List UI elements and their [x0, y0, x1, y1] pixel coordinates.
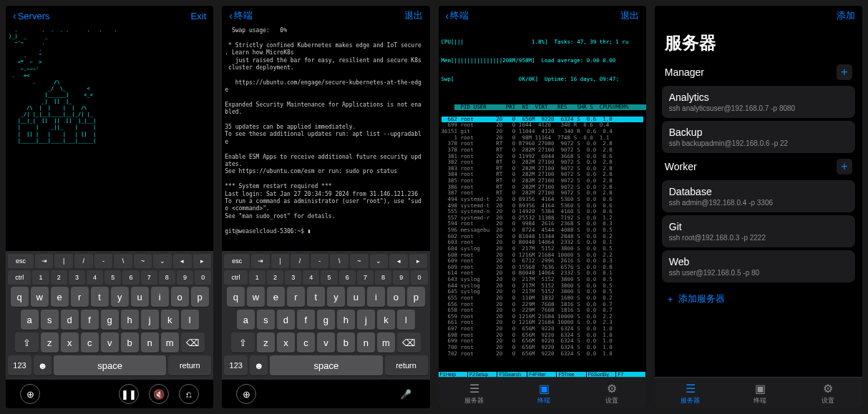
letter-key[interactable]: m: [377, 332, 395, 353]
accessory-key[interactable]: -: [94, 254, 113, 268]
accessory-key[interactable]: 6: [339, 270, 356, 285]
accessory-key[interactable]: ◂: [389, 254, 408, 268]
section-add-button[interactable]: +: [837, 64, 852, 80]
accessory-key[interactable]: 0: [195, 270, 211, 285]
letter-key[interactable]: f: [81, 310, 99, 330]
accessory-key[interactable]: ⇥: [251, 254, 270, 268]
accessory-key[interactable]: esc: [8, 254, 34, 268]
backspace-key[interactable]: ⌫: [397, 332, 421, 353]
return-key[interactable]: return: [168, 355, 211, 375]
letter-key[interactable]: v: [317, 332, 335, 353]
accessory-key[interactable]: |: [271, 254, 290, 268]
shift-key[interactable]: ⇧: [15, 332, 39, 353]
server-item[interactable]: Gitssh root@192.168.0.3 -p 2222: [662, 215, 855, 247]
accessory-key[interactable]: ▸: [409, 254, 428, 268]
letter-key[interactable]: p: [191, 287, 209, 307]
letter-key[interactable]: j: [357, 310, 375, 330]
accessory-key[interactable]: ctrl: [224, 270, 247, 285]
letter-key[interactable]: l: [181, 310, 199, 330]
letter-key[interactable]: q: [11, 287, 29, 307]
server-item[interactable]: Backupssh backupadmin@192.168.0.6 -p 22: [662, 121, 855, 153]
letter-key[interactable]: o: [171, 287, 189, 307]
back-button[interactable]: ‹ Servers: [13, 10, 49, 21]
fkey[interactable]: F5Tree: [557, 372, 586, 377]
back-button[interactable]: ‹ 终端: [229, 9, 253, 22]
section-add-button[interactable]: +: [837, 159, 852, 174]
letter-key[interactable]: n: [141, 332, 159, 353]
accessory-key[interactable]: 0: [411, 270, 427, 285]
letter-key[interactable]: c: [297, 332, 315, 353]
letter-key[interactable]: j: [141, 310, 159, 330]
add-button[interactable]: 添加: [837, 9, 855, 22]
numeric-key[interactable]: 123: [8, 355, 31, 375]
accessory-key[interactable]: 7: [357, 270, 374, 285]
accessory-key[interactable]: ~: [134, 254, 152, 268]
letter-key[interactable]: v: [101, 332, 119, 353]
accessory-key[interactable]: |: [54, 254, 73, 268]
accessory-key[interactable]: \: [330, 254, 348, 268]
letter-key[interactable]: c: [81, 332, 99, 353]
letter-key[interactable]: s: [41, 310, 59, 330]
fkey[interactable]: F4Filter: [527, 372, 557, 377]
accessory-key[interactable]: ⌄: [370, 254, 389, 268]
backspace-key[interactable]: ⌫: [181, 332, 205, 353]
accessory-key[interactable]: 6: [122, 270, 139, 285]
accessory-key[interactable]: 9: [177, 270, 193, 285]
tab-settings[interactable]: ⚙设置: [820, 382, 836, 405]
letter-key[interactable]: w: [31, 287, 49, 307]
letter-key[interactable]: m: [161, 332, 179, 353]
server-item[interactable]: Analyticsssh analyticsuser@192.168.0.7 -…: [662, 86, 855, 118]
letter-key[interactable]: u: [131, 287, 149, 307]
accessory-key[interactable]: ctrl: [8, 270, 31, 285]
accessory-key[interactable]: 5: [321, 270, 337, 285]
accessory-key[interactable]: 9: [393, 270, 409, 285]
letter-key[interactable]: d: [61, 310, 79, 330]
fkey[interactable]: F3Search: [497, 372, 527, 377]
fkey[interactable]: F6SortBy: [587, 372, 616, 377]
accessory-key[interactable]: 7: [141, 270, 157, 285]
shift-key[interactable]: ⇧: [231, 332, 255, 353]
letter-key[interactable]: b: [337, 332, 355, 353]
accessory-key[interactable]: 2: [267, 270, 283, 285]
accessory-key[interactable]: 1: [249, 270, 265, 285]
tab-terminal[interactable]: ▣终端: [536, 382, 552, 405]
server-item[interactable]: Databasessh admin@192.168.0.4 -p 3306: [662, 180, 855, 212]
letter-key[interactable]: l: [397, 310, 415, 330]
letter-key[interactable]: b: [121, 332, 139, 353]
exit-button[interactable]: 退出: [404, 9, 423, 22]
accessory-key[interactable]: -: [311, 254, 329, 268]
mic-icon[interactable]: 🎤: [396, 384, 416, 404]
accessory-key[interactable]: \: [114, 254, 132, 268]
space-key[interactable]: space: [270, 355, 382, 375]
accessory-key[interactable]: ▸: [193, 254, 212, 268]
terminal-output[interactable]: Swap usage: 0% * Strictly confined Kuber…: [222, 26, 429, 251]
accessory-key[interactable]: 8: [375, 270, 391, 285]
letter-key[interactable]: k: [161, 310, 179, 330]
numeric-key[interactable]: 123: [224, 355, 248, 375]
pause-icon[interactable]: ❚❚: [119, 384, 139, 404]
accessory-key[interactable]: 1: [32, 270, 49, 285]
letter-key[interactable]: i: [367, 287, 385, 307]
letter-key[interactable]: h: [337, 310, 355, 330]
server-item[interactable]: Webssh user@192.168.0.5 -p 80: [662, 250, 855, 282]
accessory-key[interactable]: /: [74, 254, 93, 268]
back-button[interactable]: ‹ 终端: [446, 9, 469, 22]
tab-servers[interactable]: ☰服务器: [464, 382, 484, 405]
accessory-key[interactable]: 2: [51, 270, 67, 285]
return-key[interactable]: return: [385, 355, 428, 375]
letter-key[interactable]: q: [227, 287, 245, 307]
add-server-link[interactable]: +添加服务器: [655, 285, 862, 312]
accessory-key[interactable]: 5: [104, 270, 121, 285]
exit-button[interactable]: 退出: [620, 9, 639, 22]
letter-key[interactable]: i: [151, 287, 169, 307]
letter-key[interactable]: t: [307, 287, 325, 307]
server-list[interactable]: Manager+Analyticsssh analyticsuser@192.1…: [655, 61, 862, 377]
fkey[interactable]: F7: [616, 372, 645, 377]
accessory-key[interactable]: esc: [224, 254, 250, 268]
accessory-key[interactable]: /: [291, 254, 309, 268]
accessory-key[interactable]: 8: [159, 270, 175, 285]
letter-key[interactable]: e: [267, 287, 285, 307]
htop-output[interactable]: CPU[||| 1.8%] Tasks: 47, 39 thr; 1 ru Me…: [439, 26, 646, 372]
letter-key[interactable]: h: [121, 310, 139, 330]
letter-key[interactable]: t: [91, 287, 109, 307]
